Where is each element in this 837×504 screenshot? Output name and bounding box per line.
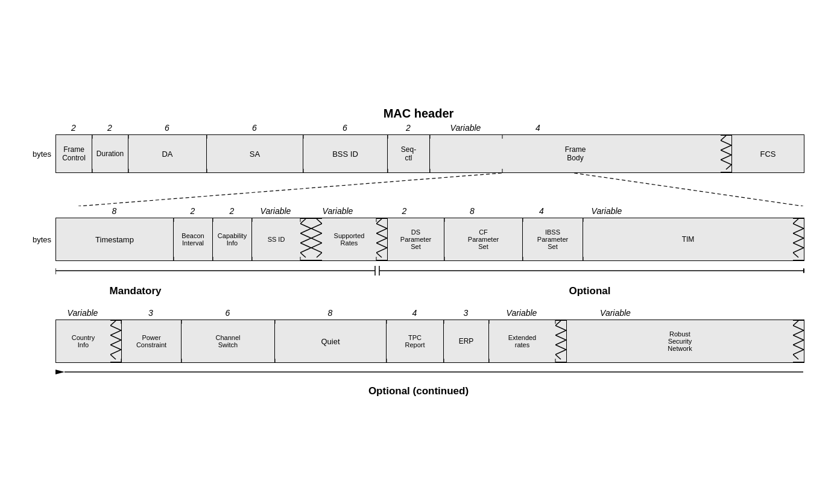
row3-nums: Variable 3 6 8 4 3 Variable Variable [55,308,804,319]
field-ssid: SS ID [252,218,300,260]
field-timestamp: Timestamp [56,218,174,260]
row2-wrapper: 8 2 2 Variable Variable 2 8 4 Variable b… [33,206,804,261]
num-2b: 2 [92,123,128,134]
num-2d: 2 [173,206,212,217]
field-frame-body: FrameBody [430,135,721,172]
num-6b: 6 [206,123,303,134]
row3-wrapper: Variable 3 6 8 4 3 Variable Variable [33,308,804,363]
zigzag-rsn-right [793,320,804,362]
row2-fields: bytes [33,218,804,261]
arrow-head [803,268,804,273]
num-8c: 8 [274,308,386,319]
row3-field-container: CountryInfo PowerConstraint ChannelSwitc… [55,320,804,363]
field-tim: TIM [583,218,793,260]
num-var-c: Variable [311,206,365,217]
num-6d: 6 [181,308,274,319]
num-2e: 2 [212,206,251,217]
mandatory-optional-svg [55,263,804,288]
field-quiet: Quiet [275,320,387,362]
num-4a: 4 [502,123,574,134]
mac-header-title: MAC header [33,107,804,121]
field-channel-switch: ChannelSwitch [182,320,275,362]
field-extended-rates: Extendedrates [489,320,555,362]
zigzag-supported-rates-left [311,218,322,260]
field-fcs: FCS [731,135,804,172]
connector-area [55,173,804,206]
field-duration: Duration [92,135,128,172]
field-country-info: CountryInfo [56,320,110,362]
num-var-d: Variable [583,206,631,217]
zigzag-tim-right [793,218,804,260]
num-3b: 3 [443,308,488,319]
field-bssid: BSS ID [303,135,388,172]
field-frame-control: FrameControl [56,135,92,172]
num-6c: 6 [303,123,387,134]
field-capability-info: CapabilityInfo [213,218,252,260]
zigzag-row1 [721,135,731,172]
diagram: MAC header 2 2 6 6 6 2 Variable 4 bytes [21,101,816,403]
field-rsn: RobustSecurityNetwork [566,320,793,362]
field-ibss-parameter-set: IBSSParameterSet [523,218,583,260]
num-var-b: Variable [251,206,300,217]
row1-nums: 2 2 6 6 6 2 Variable 4 [55,123,804,134]
svg-line-15 [574,173,803,206]
row2-field-container: Timestamp BeaconInterval CapabilityInfo … [55,218,804,261]
row2-nums: 8 2 2 Variable Variable 2 8 4 Variable [55,206,804,217]
mandatory-optional-area: Mandatory Optional [55,263,804,297]
field-cf-parameter-set: CFParameterSet [444,218,523,260]
num-8b: 8 [433,206,511,217]
row1-field-container: FrameControl Duration DA SA BSS ID Seq-c… [55,134,804,173]
row1-wrapper: 2 2 6 6 6 2 Variable 4 bytes [33,123,804,173]
field-supported-rates: SupportedRates [322,218,376,260]
num-6a: 6 [128,123,206,134]
num-2a: 2 [55,123,92,134]
arrow-head-left [55,370,65,374]
svg-line-14 [78,173,502,206]
connector-svg [55,173,804,206]
row3-fields: CountryInfo PowerConstraint ChannelSwitc… [33,320,804,363]
field-beacon-interval: BeaconInterval [174,218,213,260]
mandatory-label: Mandatory [55,285,215,297]
row1-bytes-label: bytes [33,134,55,173]
num-8: 8 [55,206,173,217]
optional-label: Optional [375,285,804,297]
num-var-a: Variable [429,123,502,134]
field-seqctl: Seq-ctl [388,135,430,172]
field-erp: ERP [444,320,489,362]
num-4b: 4 [511,206,572,217]
zigzag-country-info-right [110,320,121,362]
num-var-e: Variable [55,308,110,319]
field-da: DA [128,135,207,172]
bottom-arrow-area [55,365,804,382]
num-var-f: Variable [488,308,555,319]
zigzag-supported-rates-right [376,218,387,260]
bottom-arrow-svg [55,365,804,379]
row2-bytes-label: bytes [33,218,55,261]
num-var-g: Variable [566,308,665,319]
field-sa: SA [207,135,303,172]
zigzag-extended-rates-right [555,320,566,362]
num-2c: 2 [387,123,429,134]
num-4c: 4 [386,308,443,319]
field-power-constraint: PowerConstraint [121,320,182,362]
field-tpc-report: TPCReport [387,320,444,362]
num-3a: 3 [121,308,181,319]
mandatory-optional-labels: Mandatory Optional [55,285,804,297]
zigzag-ssid-right [300,218,311,260]
row1-fields: bytes [33,134,804,173]
num-2f: 2 [376,206,433,217]
row3-bytes-label [33,320,55,363]
optional-continued-label: Optional (continued) [33,385,804,397]
field-ds-parameter-set: DSParameterSet [387,218,444,260]
